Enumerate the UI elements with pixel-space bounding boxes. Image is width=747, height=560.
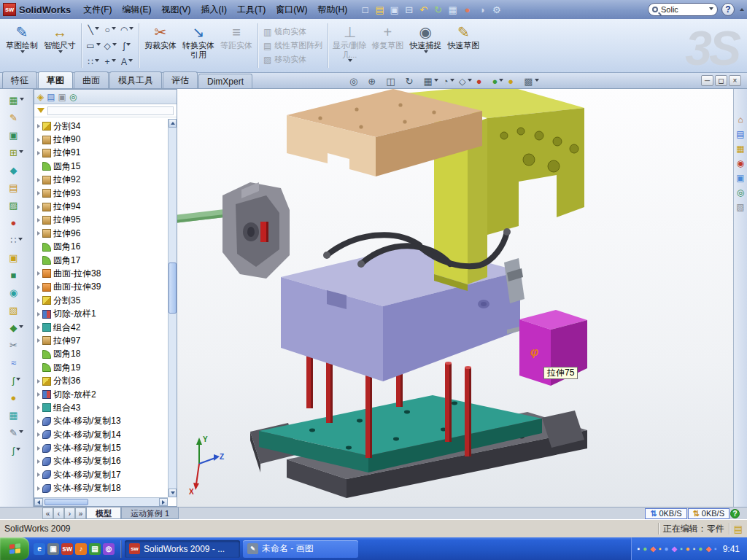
expand-arrow-icon[interactable]	[37, 392, 40, 397]
featuremanager-tab-icon[interactable]: ◈	[37, 92, 44, 102]
loft-tool-icon[interactable]: ▤	[3, 180, 31, 195]
settings-icon[interactable]: ⚙	[489, 3, 503, 17]
undo-icon[interactable]: ↶	[417, 3, 430, 17]
view-orientation-icon[interactable]: ▦	[422, 76, 439, 87]
scene-ball-icon[interactable]: ●	[490, 76, 505, 87]
expand-arrow-icon[interactable]	[37, 338, 40, 343]
tree-item[interactable]: 拉伸96	[34, 227, 168, 240]
dropdown-icon[interactable]	[348, 59, 352, 64]
minimize-document-button[interactable]: ─	[701, 75, 713, 86]
restore-document-button[interactable]: ◻	[715, 75, 727, 86]
circle-icon[interactable]: ○	[102, 22, 118, 37]
expand-arrow-icon[interactable]	[37, 325, 40, 330]
folder-icon[interactable]: ▤	[89, 543, 101, 555]
dropdown-icon[interactable]	[112, 43, 117, 48]
flyout-arrow-icon[interactable]	[19, 430, 23, 435]
repair-sketch-button[interactable]: + 修复草图	[368, 21, 406, 70]
scrollbar-thumb[interactable]	[169, 262, 177, 314]
home-icon[interactable]: ⌂	[738, 115, 743, 124]
previous-view-icon[interactable]: ◫	[384, 76, 402, 87]
sketch-button[interactable]: ✎ 草图绘制	[3, 21, 41, 70]
expand-arrow-icon[interactable]	[37, 218, 40, 222]
quick-snaps-button[interactable]: ◉ 快速捕捉	[406, 21, 444, 70]
download-speed-indicator[interactable]: ⇅ 0KB/S	[645, 508, 686, 519]
extrude-tool-icon[interactable]: ▣	[3, 128, 31, 143]
tray-icon[interactable]: ▪	[693, 545, 696, 553]
dropdown-icon[interactable]	[95, 27, 99, 32]
tree-item[interactable]: 曲面-拉伸39	[34, 281, 168, 294]
point-icon[interactable]: ∷	[85, 54, 101, 69]
command-tab[interactable]: 曲面	[74, 71, 109, 88]
rebuild-icon[interactable]: ↻	[431, 3, 445, 17]
rib-tool-icon[interactable]: ▣	[3, 250, 31, 265]
save-icon[interactable]: ▣	[387, 3, 401, 17]
menu-item[interactable]: 工具(T)	[232, 1, 271, 18]
dropdown-icon[interactable]	[424, 50, 428, 55]
display-style-icon[interactable]: ◑	[475, 3, 489, 17]
scroll-right-button[interactable]	[159, 498, 168, 506]
tree-item[interactable]: 实体-移动/复制13	[34, 415, 168, 428]
taskbar-clock[interactable]: 9:41	[723, 544, 740, 554]
spline-icon[interactable]: ʃ	[119, 38, 135, 53]
filter-input[interactable]	[47, 106, 174, 115]
expand-arrow-icon[interactable]	[37, 419, 40, 424]
hole-wizard-icon[interactable]: ◉	[3, 285, 31, 300]
close-document-button[interactable]: ×	[729, 75, 741, 86]
expand-arrow-icon[interactable]	[37, 205, 40, 209]
expand-arrow-icon[interactable]	[37, 178, 40, 182]
options-icon[interactable]: ▦	[446, 3, 460, 17]
appearances-icon[interactable]: ◎	[737, 188, 744, 197]
last-tab-button[interactable]: »	[75, 508, 86, 519]
tree-item[interactable]: 圆角17	[34, 254, 168, 267]
flyout-arrow-icon[interactable]	[16, 448, 20, 453]
sketch-grid-icon[interactable]: ▦	[3, 93, 31, 108]
display-delete-relations-button[interactable]: ⊥ 显示/删除几...	[330, 21, 368, 70]
expand-arrow-icon[interactable]	[37, 446, 40, 451]
collapse-titlebar-icon[interactable]	[740, 8, 744, 11]
command-tab[interactable]: 特征	[2, 71, 37, 88]
expand-arrow-icon[interactable]	[37, 486, 40, 491]
start-button[interactable]	[0, 537, 29, 560]
annotation-tool-icon[interactable]: ✎	[3, 425, 31, 440]
appearance-icon[interactable]: ●	[460, 3, 474, 17]
tree-item[interactable]: 分割35	[34, 294, 168, 307]
part-clamp[interactable]	[222, 182, 290, 279]
command-tab[interactable]: 评估	[163, 71, 198, 88]
scroll-down-button[interactable]	[169, 489, 177, 497]
help-button[interactable]: ?	[721, 3, 735, 16]
expand-arrow-icon[interactable]	[37, 124, 40, 128]
tray-icon[interactable]: ▪	[680, 545, 683, 553]
graphics-viewport[interactable]: φ	[177, 89, 733, 507]
flyout-arrow-icon[interactable]	[18, 238, 23, 243]
new-document-icon[interactable]: □	[358, 3, 372, 17]
zoom-area-icon[interactable]: ⊕	[366, 76, 383, 87]
trim-entities-button[interactable]: ✂ 剪裁实体	[142, 21, 179, 70]
search-dropdown-icon[interactable]	[709, 7, 713, 12]
search-results-icon[interactable]: ◉	[737, 159, 744, 168]
dropdown-icon[interactable]	[95, 59, 99, 64]
dimxpertmanager-tab-icon[interactable]: ◎	[69, 92, 77, 102]
scrollbar-thumb[interactable]	[44, 499, 88, 505]
dropdown-icon[interactable]	[450, 79, 454, 84]
line-icon[interactable]: ╲	[85, 22, 101, 37]
trim-tool-icon[interactable]: ✂	[3, 338, 31, 353]
sketch-text-icon[interactable]: A	[119, 54, 135, 69]
tree-item[interactable]: 曲面-拉伸38	[34, 267, 168, 280]
next-tab-button[interactable]: ›	[64, 508, 75, 519]
search-box[interactable]: Solic	[648, 3, 718, 16]
light-ball-icon[interactable]: ●	[506, 76, 521, 87]
open-icon[interactable]: ▤	[373, 3, 387, 17]
expand-arrow-icon[interactable]	[37, 405, 40, 410]
upload-speed-indicator[interactable]: ⇅ 0KB/S	[688, 508, 729, 519]
tree-item[interactable]: 圆角15	[34, 160, 168, 173]
dropdown-icon[interactable]	[499, 79, 503, 84]
tree-item[interactable]: 拉伸95	[34, 214, 168, 227]
dropdown-icon[interactable]	[128, 59, 133, 64]
tree-item[interactable]: 实体-移动/复制16	[34, 455, 168, 468]
draft-tool-icon[interactable]: ■	[3, 268, 31, 283]
convert-entities-button[interactable]: ↘ 转换实体引用	[179, 21, 217, 70]
smart-dimension-button[interactable]: ↔ 智能尺寸	[41, 21, 79, 70]
media-player-icon[interactable]: ♪	[75, 543, 87, 555]
tree-item[interactable]: 拉伸90	[34, 133, 168, 146]
task-solidworks[interactable]: sw SolidWorks 2009 - ...	[125, 540, 240, 558]
